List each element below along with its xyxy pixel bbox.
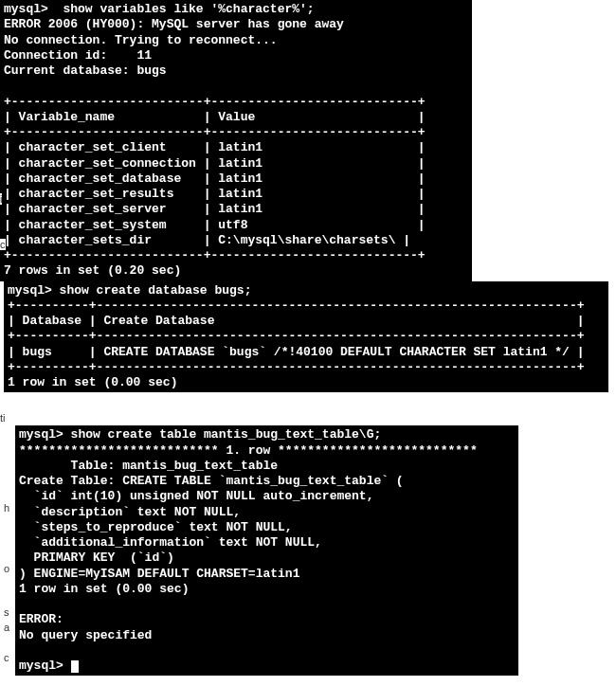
row-marker: *************************** 1. row *****… [19,443,478,458]
create-table-line: PRIMARY KEY (`id`) [19,551,174,565]
create-table-line: `steps_to_reproduce` text NOT NULL, [19,520,293,534]
table-row: | bugs | CREATE DATABASE `bugs` /*!40100… [8,345,585,359]
table-separator: +----------+----------------------------… [8,360,585,374]
table-separator: +--------------------------+------------… [4,95,426,109]
table-row: | character_set_server | latin1 | [4,202,426,216]
terminal-output-variables: mysql> show variables like '%character%'… [0,0,472,281]
table-row: | character_set_client | latin1 | [4,140,426,154]
error-line: ERROR 2006 (HY000): MySQL server has gon… [4,17,344,31]
mysql-prompt[interactable]: mysql> [19,659,71,673]
background-fragment: s [4,606,9,618]
error-label: ERROR: [19,612,63,626]
result-footer: 1 row in set (0.00 sec) [8,375,177,389]
mysql-prompt-line: mysql> show create table mantis_bug_text… [19,427,381,442]
no-query-line: No query specified [19,628,152,642]
table-row: | character_set_system | utf8 | [4,218,426,232]
table-row: | character_set_results | latin1 | [4,187,426,201]
table-row: | character_set_database | latin1 | [4,172,426,186]
table-header: | Database | Create Database | [8,314,585,328]
table-separator: +----------+----------------------------… [8,329,585,343]
background-fragment: h [4,502,9,514]
background-fragment: c [0,239,6,250]
result-footer: 1 row in set (0.00 sec) [19,582,189,596]
terminal-output-create-database: mysql> show create database bugs; +-----… [4,281,608,393]
table-row: | character_set_connection | latin1 | [4,156,426,171]
create-table-line: ) ENGINE=MyISAM DEFAULT CHARSET=latin1 [19,567,299,581]
reconnect-line: No connection. Trying to reconnect... [4,33,278,47]
table-separator: +----------+----------------------------… [8,298,585,313]
table-row: | character_sets_dir | C:\mysql\share\ch… [4,233,410,247]
table-name-line: Table: mantis_bug_text_table [19,459,278,473]
terminal-output-create-table: mysql> show create table mantis_bug_text… [15,425,518,676]
background-fragment: o [4,563,9,574]
create-table-line: `id` int(10) unsigned NOT NULL auto_incr… [19,489,373,503]
background-fragment: a [4,622,9,633]
mysql-prompt-line: mysql> show create database bugs; [8,283,251,298]
table-separator: +--------------------------+------------… [4,125,426,139]
table-header: | Variable_name | Value | [4,110,426,124]
current-database-line: Current database: bugs [4,63,167,78]
result-footer: 7 rows in set (0.20 sec) [4,263,181,278]
create-table-line: Create Table: CREATE TABLE `mantis_bug_t… [19,474,404,488]
connection-id-line: Connection id: 11 [4,48,152,63]
background-fragment: ti [0,412,6,424]
create-table-line: `additional_information` text NOT NULL, [19,535,322,550]
create-table-line: `description` text NOT NULL, [19,505,241,519]
cursor-icon [71,660,79,673]
background-fragment: i [0,193,2,205]
table-separator: +--------------------------+------------… [4,248,426,262]
background-fragment: c [4,652,9,663]
mysql-prompt-line: mysql> show variables like '%character%'… [4,2,315,16]
